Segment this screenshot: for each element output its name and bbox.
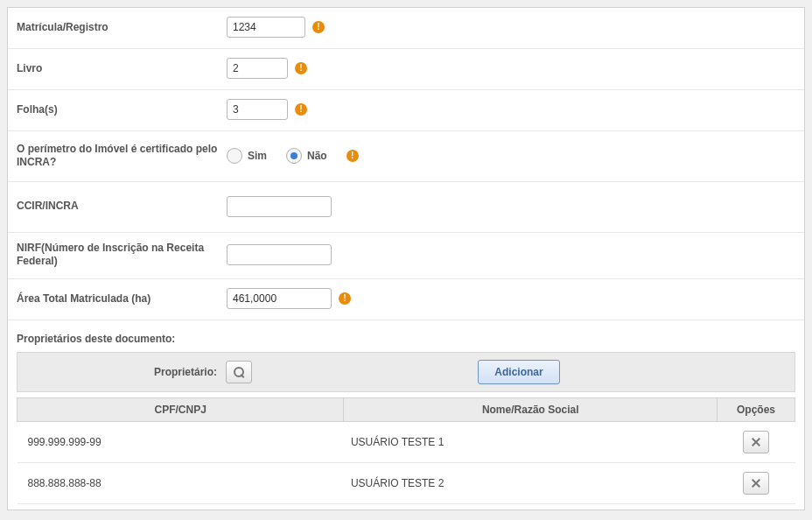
col-nome: Nome/Razão Social (344, 398, 718, 422)
input-matricula[interactable] (227, 17, 305, 38)
label-area-total: Área Total Matriculada (ha) (17, 292, 227, 306)
label-livro: Livro (17, 62, 227, 75)
cell-cpf: 888.888.888-88 (18, 463, 344, 504)
input-ccir-incra[interactable] (227, 196, 332, 217)
owner-search-button[interactable] (226, 361, 252, 383)
owners-filter-bar: Proprietário: Adicionar (17, 352, 795, 392)
row-perimetro: O perímetro do Imóvel é certificado pelo… (8, 131, 804, 182)
label-ccir-incra: CCIR/INCRA (17, 200, 227, 213)
close-icon (751, 437, 761, 447)
label-matricula: Matrícula/Registro (17, 21, 227, 34)
warn-icon (295, 103, 307, 116)
search-icon (234, 367, 244, 377)
remove-owner-button[interactable] (743, 431, 769, 453)
col-opcoes: Opções (718, 398, 795, 422)
row-ccir-incra: CCIR/INCRA (8, 182, 804, 233)
row-matricula: Matrícula/Registro (8, 8, 804, 49)
remove-owner-button[interactable] (743, 472, 769, 495)
owners-section-title: Proprietários deste documento: (8, 320, 804, 352)
warn-icon (295, 62, 307, 74)
warn-icon (346, 150, 359, 162)
table-row: 888.888.888-88 USUÁRIO TESTE 2 (18, 463, 795, 504)
close-icon (751, 478, 761, 488)
input-livro[interactable] (227, 58, 288, 79)
cell-nome: USUÁRIO TESTE 1 (344, 422, 718, 463)
input-folhas[interactable] (227, 99, 288, 120)
radio-nao[interactable] (286, 148, 302, 164)
warn-icon (339, 292, 351, 305)
row-nirf: NIRF(Número de Inscrição na Receita Fede… (8, 233, 804, 279)
input-nirf[interactable] (227, 244, 332, 265)
label-perimetro: O perímetro do Imóvel é certificado pelo… (17, 143, 227, 169)
col-cpf: CPF/CNPJ (18, 398, 344, 422)
table-row: 999.999.999-99 USUÁRIO TESTE 1 (18, 422, 795, 463)
document-form-panel: Matrícula/Registro Livro Folha(s) O perí… (7, 7, 805, 510)
row-livro: Livro (8, 49, 804, 90)
row-area-total: Área Total Matriculada (ha) (8, 279, 804, 320)
label-nirf: NIRF(Número de Inscrição na Receita Fede… (17, 242, 227, 268)
radio-sim[interactable] (227, 148, 242, 164)
label-folhas: Folha(s) (17, 103, 227, 116)
warn-icon (312, 21, 325, 33)
row-folhas: Folha(s) (8, 90, 804, 131)
owners-filter-label: Proprietário: (26, 366, 226, 378)
radio-sim-label: Sim (248, 150, 267, 162)
cell-nome: USUÁRIO TESTE 2 (344, 463, 718, 504)
owners-table: CPF/CNPJ Nome/Razão Social Opções 999.99… (17, 397, 795, 504)
cell-cpf: 999.999.999-99 (18, 422, 344, 463)
input-area-total[interactable] (227, 288, 332, 309)
radio-nao-label: Não (307, 150, 327, 162)
add-owner-button[interactable]: Adicionar (478, 360, 559, 384)
